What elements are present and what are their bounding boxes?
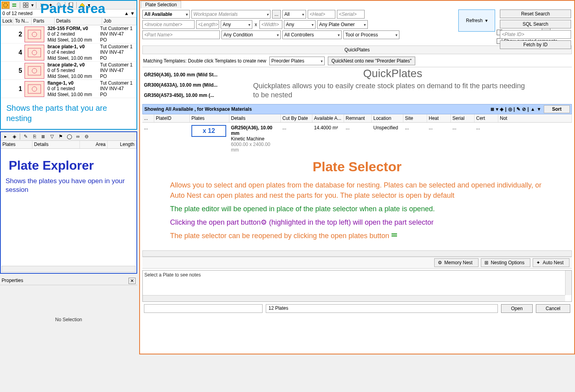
all-combo[interactable]: All	[282, 10, 306, 19]
part-row[interactable]: 4 brace plate-1, v00 of 4 nestedMild Ste…	[1, 44, 136, 62]
close-icon[interactable]: ✕	[129, 278, 136, 284]
plate-explorer-title: Plate Explorer	[1, 149, 136, 177]
pe-scrollbar[interactable]	[2, 266, 136, 272]
showing-label: Showing All Available , for Workspace Ma…	[144, 106, 252, 112]
pin-icon[interactable]: ▸	[2, 133, 9, 140]
template-item[interactable]: GR300(A633A), 10.00 mm (Mild...	[144, 80, 236, 90]
sort-button[interactable]: Sort	[544, 105, 570, 113]
tag2-icon[interactable]: ◈	[500, 106, 503, 112]
filter-icon[interactable]: ▽	[48, 133, 56, 140]
tab-plate-selection[interactable]: Plate Selection	[141, 1, 181, 8]
template-item[interactable]: GR350(A573-450), 10.00 mm (...	[144, 90, 236, 100]
grid-icon[interactable]	[22, 2, 30, 9]
notes-hscroll[interactable]	[143, 295, 565, 301]
sql-search-button[interactable]: SQL Search	[500, 20, 571, 28]
flag-icon[interactable]: ⚑	[57, 133, 64, 140]
partname-input[interactable]: <Part Name>	[142, 30, 220, 39]
up-icon[interactable]: ▲	[530, 106, 535, 112]
part-row[interactable]: 2 326-155 FORM, v00 of 2 nestedMild Stee…	[1, 25, 136, 44]
globe-icon[interactable]: ◯	[65, 133, 73, 140]
tag-icon[interactable]: ◈	[10, 133, 18, 140]
plate-grid-header: ... PlateID Plates Details Cut By Date A…	[142, 114, 572, 123]
open-plates-icon[interactable]	[10, 2, 18, 9]
materials-combo[interactable]: Workspace Materials	[191, 10, 270, 19]
any1-combo[interactable]: Any	[221, 20, 252, 29]
materials-more-button[interactable]: ...	[272, 10, 281, 19]
refresh-button[interactable]: Refresh ▾	[458, 9, 495, 32]
notes-box[interactable]: Select a Plate to see notes	[142, 270, 572, 302]
link-icon[interactable]: ∞	[74, 133, 82, 140]
part-thumbnail	[25, 45, 44, 61]
copy-icon[interactable]	[67, 2, 75, 9]
part-row[interactable]: 5 brace plate-2, v00 of 5 nestedMild Ste…	[1, 62, 136, 80]
gear-icon: ⚙	[261, 218, 267, 226]
reset-search-button[interactable]: Reset Search	[500, 9, 571, 18]
controllers-combo[interactable]: All Controllers	[282, 30, 342, 39]
footer-slot[interactable]	[144, 304, 263, 313]
svg-rect-3	[23, 3, 25, 5]
stack-icon	[391, 232, 397, 240]
dropdown-icon[interactable]: ▾	[30, 2, 34, 9]
list-icon[interactable]: ≣	[490, 106, 494, 112]
home-dropdown-icon[interactable]: ▾	[87, 2, 91, 9]
cancel-button[interactable]: Cancel	[536, 304, 570, 313]
brush-icon[interactable]: ✎	[22, 133, 30, 140]
parts-grid-header: Lock To N... Parts Details Job	[1, 17, 136, 25]
properties-body: No Selection	[0, 285, 137, 354]
svg-point-0	[4, 3, 8, 7]
properties-panel: Properties ✕ No Selection	[0, 277, 137, 354]
collapse-up-icon[interactable]: ▲	[124, 11, 129, 16]
length-input[interactable]: <Length>	[196, 20, 219, 29]
brush2-icon[interactable]: ✎	[516, 106, 520, 112]
plateid-input[interactable]: <Plate ID>	[500, 30, 571, 39]
plate-grid-row[interactable]: ... x 12 GR250(A36), 10.00 mm Kinetic Ma…	[142, 123, 572, 155]
notes-vscroll[interactable]	[565, 271, 571, 295]
part-row[interactable]: 1 flange-1, v00 of 1 nestedMild Steel, 1…	[1, 80, 136, 98]
minus-icon[interactable]: ⊖	[83, 133, 91, 140]
open-button[interactable]: Open	[501, 304, 532, 313]
stack2-icon[interactable]: ≣	[39, 133, 47, 140]
plate-explorer-caption: Shows the plates you have open in your s…	[1, 177, 136, 194]
auto-nest-button[interactable]: ✦Auto Nest	[533, 258, 569, 267]
nesting-options-button[interactable]: ⊞Nesting Options	[481, 258, 530, 267]
search-icon[interactable]: 🔍	[55, 2, 63, 9]
block-icon[interactable]: ⊘	[522, 106, 526, 112]
svg-rect-18	[392, 235, 397, 237]
serial-input[interactable]: <Serial>	[337, 10, 365, 19]
properties-title: Properties	[2, 278, 23, 284]
target-icon[interactable]: ◎	[508, 106, 512, 112]
svg-rect-15	[28, 85, 41, 93]
condition-combo[interactable]: Any Condition	[221, 30, 281, 39]
part-thumbnail	[25, 63, 44, 79]
template-item[interactable]: GR250(A36), 10.00 mm (Mild St...	[144, 70, 236, 80]
fetch-by-id-button[interactable]: Fetch by ID	[500, 40, 571, 49]
svg-rect-9	[28, 30, 41, 39]
part-thumbnail	[25, 81, 44, 97]
parts-caption: Shows the parts that you are nesting	[1, 98, 136, 128]
parts-panel: ▾ ✕ ✦ 🔍 ▾ 0 of 12 nested ▲ ▼ Parts area …	[0, 0, 137, 130]
width-input[interactable]: <Width>	[259, 20, 282, 29]
home-icon[interactable]	[78, 2, 86, 9]
open-part-icon[interactable]	[2, 2, 9, 9]
down-icon[interactable]: ▼	[537, 106, 541, 112]
templates-label: Matching Templates: Double click Templat…	[143, 58, 266, 64]
collapse-down-icon[interactable]: ▼	[130, 11, 135, 16]
quicknest-button[interactable]: QuickNest onto new "Preorder Plates"	[328, 57, 415, 65]
availability-combo[interactable]: All Available	[142, 10, 190, 19]
owner-combo[interactable]: Any Plate Owner	[317, 20, 368, 29]
svg-rect-1	[12, 4, 16, 5]
tool-combo[interactable]: Tool or Process	[343, 30, 399, 39]
invoice-input[interactable]: <Invoice number>	[142, 20, 195, 29]
wand2-icon: ✦	[536, 260, 540, 265]
heat-input[interactable]: <Heat>	[308, 10, 335, 19]
clip-icon[interactable]: ⎘	[30, 133, 38, 140]
memory-nest-button[interactable]: ⚙Memory Nest	[434, 258, 479, 267]
svg-rect-17	[392, 233, 397, 235]
any2-combo[interactable]: Any	[284, 20, 316, 29]
quickplates-title: QuickPlates	[253, 67, 532, 80]
wand-icon[interactable]: ✦	[47, 2, 55, 9]
quickplates-desc: Quickplates allows you to easily create …	[253, 80, 532, 100]
hscrollbar[interactable]	[142, 250, 572, 257]
preorder-combo[interactable]: Preorder Plates	[269, 57, 325, 65]
tools-icon[interactable]: ✕	[38, 2, 46, 9]
